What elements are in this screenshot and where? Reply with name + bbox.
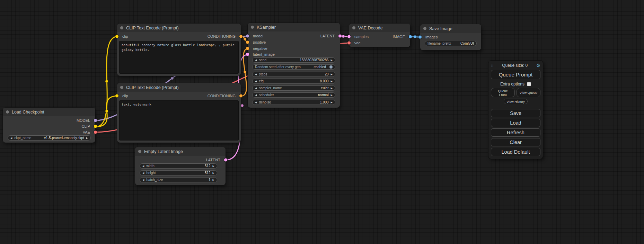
widget-value: 512 [205, 164, 211, 168]
node-header[interactable]: KSampler [248, 23, 340, 31]
output-port-model[interactable] [94, 119, 97, 122]
widget-label: seed [259, 58, 266, 62]
input-port-positive[interactable] [246, 41, 249, 44]
link-midpoint-dot[interactable] [171, 77, 174, 80]
increment-arrow-icon[interactable]: ▶ [213, 172, 214, 174]
extra-options-checkbox[interactable] [527, 82, 531, 86]
positive-prompt-textarea[interactable]: beautiful scenery nature glass bottle la… [119, 41, 239, 74]
view-queue-button[interactable]: View Queue [517, 88, 540, 97]
increment-arrow-icon[interactable]: ▶ [331, 101, 333, 103]
negative-prompt-textarea[interactable]: text, watermark [119, 100, 239, 141]
node-status-icon [120, 26, 123, 29]
node-header[interactable]: Empty Latent Image [135, 147, 226, 156]
widget-value: 512 [205, 171, 211, 175]
output-port-conditioning[interactable] [239, 35, 242, 38]
cfg-widget[interactable]: ◀ cfg 8.000 ▶ [252, 79, 335, 84]
increment-arrow-icon[interactable]: ▶ [331, 80, 333, 82]
increment-arrow-icon[interactable]: ▶ [331, 73, 333, 75]
output-port-conditioning[interactable] [239, 94, 242, 98]
decrement-arrow-icon[interactable]: ◀ [255, 87, 257, 89]
link-midpoint-dot[interactable] [105, 80, 108, 83]
increment-arrow-icon[interactable]: ▶ [331, 87, 333, 89]
node-header[interactable]: Save Image [420, 24, 481, 33]
increment-arrow-icon[interactable]: ▶ [86, 137, 88, 139]
decrement-arrow-icon[interactable]: ◀ [255, 73, 257, 75]
output-port-vae[interactable] [94, 131, 97, 134]
output-port-clip[interactable] [94, 125, 97, 128]
input-port-vae[interactable] [347, 42, 351, 45]
width-widget[interactable]: ◀ width 512 ▶ [140, 163, 217, 169]
refresh-button[interactable]: Refresh [491, 128, 540, 137]
widget-label: ckpt_name [14, 136, 31, 140]
random-seed-toggle[interactable]: Random seed after every gen enabled [252, 64, 335, 70]
decrement-arrow-icon[interactable]: ◀ [255, 101, 257, 103]
drag-handle-icon[interactable]: ⠿ [491, 63, 494, 68]
node-title: CLIP Text Encode (Prompt) [126, 85, 179, 90]
seed-widget[interactable]: ◀ seed 156680208700286 ▶ [252, 57, 335, 63]
node-load-checkpoint[interactable]: Load Checkpoint MODEL CLIP VAE ◀ ckpt_na… [3, 108, 95, 143]
steps-widget[interactable]: ◀ steps 20 ▶ [252, 72, 335, 77]
input-port-negative[interactable] [246, 47, 249, 50]
decrement-arrow-icon[interactable]: ◀ [255, 94, 257, 96]
input-port-samples[interactable] [347, 35, 351, 38]
denoise-widget[interactable]: ◀ denoise 1.000 ▶ [252, 100, 335, 105]
node-empty-latent-image[interactable]: Empty Latent Image LATENT ◀ width 512 ▶ … [135, 147, 226, 185]
decrement-arrow-icon[interactable]: ◀ [142, 179, 144, 181]
filename-prefix-widget[interactable]: filename_prefix ComfyUI [425, 41, 477, 46]
sampler-name-widget[interactable]: ◀ sampler_name euler ▶ [252, 85, 335, 91]
ckpt-name-widget[interactable]: ◀ ckpt_name v1-5-pruned-emaonly.ckpt ▶ [8, 135, 91, 141]
toggle-icon[interactable] [329, 65, 333, 69]
link-midpoint-dot[interactable] [342, 35, 345, 38]
batch-size-widget[interactable]: ◀ batch_size 1 ▶ [140, 177, 217, 182]
input-label-clip: clip [122, 34, 128, 38]
node-ksampler[interactable]: KSampler model LATENT positive negative … [248, 23, 340, 108]
slot-row: model LATENT [248, 33, 340, 39]
widget-value: 20 [325, 72, 328, 76]
increment-arrow-icon[interactable]: ▶ [213, 179, 214, 181]
node-header[interactable]: CLIP Text Encode (Prompt) [117, 83, 241, 92]
input-port-images[interactable] [418, 36, 422, 39]
input-port-clip[interactable] [115, 35, 118, 38]
queue-prompt-button[interactable]: Queue Prompt [491, 70, 540, 79]
height-widget[interactable]: ◀ height 512 ▶ [140, 170, 217, 175]
view-history-button[interactable]: View History [504, 99, 528, 104]
widget-value: ComfyUI [460, 42, 474, 45]
node-header[interactable]: VAE Decode [349, 24, 410, 32]
node-vae-decode[interactable]: VAE Decode samples IMAGE vae [349, 24, 410, 47]
node-status-icon [423, 27, 426, 30]
decrement-arrow-icon[interactable]: ◀ [142, 172, 144, 174]
input-port-latent-image[interactable] [246, 53, 249, 56]
save-button[interactable]: Save [491, 109, 540, 117]
node-header[interactable]: Load Checkpoint [3, 108, 95, 116]
decrement-arrow-icon[interactable]: ◀ [10, 137, 12, 139]
node-graph-canvas[interactable]: Load Checkpoint MODEL CLIP VAE ◀ ckpt_na… [0, 0, 644, 244]
widget-label: batch_size [146, 178, 163, 182]
clear-button[interactable]: Clear [491, 138, 540, 146]
increment-arrow-icon[interactable]: ▶ [213, 165, 214, 167]
decrement-arrow-icon[interactable]: ◀ [142, 165, 144, 167]
node-clip-text-encode-negative[interactable]: CLIP Text Encode (Prompt) clip CONDITION… [117, 83, 241, 143]
link-midpoint-dot[interactable] [244, 71, 246, 73]
output-port-latent[interactable] [338, 35, 342, 38]
decrement-arrow-icon[interactable]: ◀ [255, 59, 257, 61]
link-midpoint-dot[interactable] [414, 35, 416, 38]
link-midpoint-dot[interactable] [105, 110, 108, 112]
node-header[interactable]: CLIP Text Encode (Prompt) [117, 24, 241, 32]
node-save-image[interactable]: Save Image images filename_prefix ComfyU… [420, 24, 481, 50]
output-port-image[interactable] [409, 35, 412, 38]
load-default-button[interactable]: Load Default [491, 148, 540, 156]
output-label-latent: LATENT [206, 158, 220, 162]
increment-arrow-icon[interactable]: ▶ [331, 59, 333, 61]
scheduler-widget[interactable]: ◀ scheduler normal ▶ [252, 92, 335, 98]
load-button[interactable]: Load [491, 119, 540, 127]
decrement-arrow-icon[interactable]: ◀ [255, 80, 257, 82]
output-port-latent[interactable] [224, 159, 227, 162]
link-midpoint-dot[interactable] [244, 38, 246, 40]
settings-gear-icon[interactable]: ⚙ [536, 63, 540, 68]
input-port-clip[interactable] [115, 94, 118, 98]
node-clip-text-encode-positive[interactable]: CLIP Text Encode (Prompt) clip CONDITION… [117, 24, 241, 76]
queue-front-button[interactable]: Queue Front [491, 88, 515, 97]
link-midpoint-dot[interactable] [241, 104, 244, 107]
increment-arrow-icon[interactable]: ▶ [331, 94, 333, 96]
input-port-model[interactable] [246, 35, 249, 38]
